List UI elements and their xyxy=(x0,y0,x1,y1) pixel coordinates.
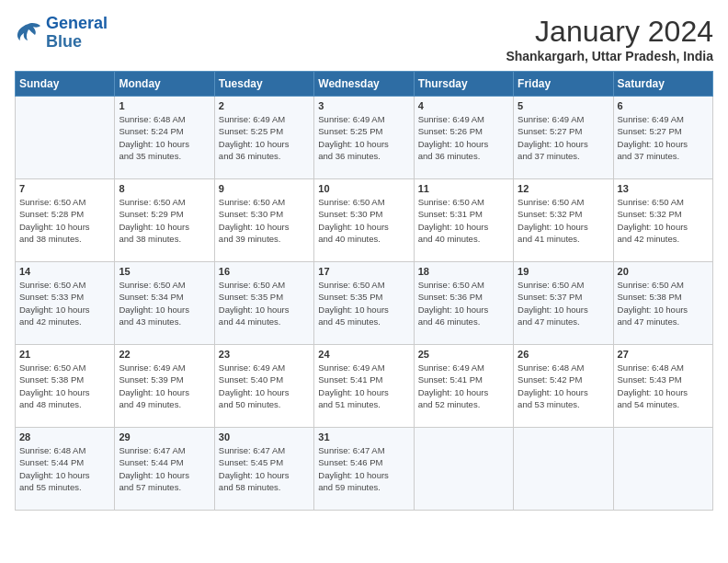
day-of-week-header: Saturday xyxy=(613,72,712,97)
day-info: Sunrise: 6:50 AM Sunset: 5:36 PM Dayligh… xyxy=(418,279,509,327)
day-number: 23 xyxy=(219,349,310,360)
day-number: 5 xyxy=(518,100,609,111)
calendar-week-row: 1Sunrise: 6:48 AM Sunset: 5:24 PM Daylig… xyxy=(16,97,713,179)
day-info: Sunrise: 6:50 AM Sunset: 5:38 PM Dayligh… xyxy=(19,362,110,410)
calendar-cell: 21Sunrise: 6:50 AM Sunset: 5:38 PM Dayli… xyxy=(16,345,115,428)
day-info: Sunrise: 6:47 AM Sunset: 5:46 PM Dayligh… xyxy=(318,444,409,493)
day-info: Sunrise: 6:49 AM Sunset: 5:27 PM Dayligh… xyxy=(618,113,709,162)
day-number: 2 xyxy=(219,100,310,111)
day-number: 20 xyxy=(618,266,709,277)
page-header: General Blue January 2024 Shankargarh, U… xyxy=(15,15,713,63)
location-subtitle: Shankargarh, Uttar Pradesh, India xyxy=(506,49,713,63)
day-info: Sunrise: 6:49 AM Sunset: 5:41 PM Dayligh… xyxy=(418,362,509,410)
calendar-cell: 5Sunrise: 6:49 AM Sunset: 5:27 PM Daylig… xyxy=(514,97,613,179)
calendar-cell: 3Sunrise: 6:49 AM Sunset: 5:25 PM Daylig… xyxy=(314,97,414,179)
day-info: Sunrise: 6:48 AM Sunset: 5:43 PM Dayligh… xyxy=(618,362,709,410)
day-info: Sunrise: 6:50 AM Sunset: 5:30 PM Dayligh… xyxy=(318,196,409,245)
day-number: 19 xyxy=(518,266,609,277)
day-info: Sunrise: 6:50 AM Sunset: 5:30 PM Dayligh… xyxy=(219,196,310,245)
calendar-cell xyxy=(613,428,712,511)
day-info: Sunrise: 6:48 AM Sunset: 5:24 PM Dayligh… xyxy=(119,113,210,162)
day-info: Sunrise: 6:50 AM Sunset: 5:29 PM Dayligh… xyxy=(119,196,210,245)
calendar-cell: 10Sunrise: 6:50 AM Sunset: 5:30 PM Dayli… xyxy=(314,179,414,262)
day-info: Sunrise: 6:49 AM Sunset: 5:26 PM Dayligh… xyxy=(418,113,509,162)
day-number: 3 xyxy=(318,100,409,111)
calendar-body: 1Sunrise: 6:48 AM Sunset: 5:24 PM Daylig… xyxy=(16,97,713,511)
calendar-cell: 31Sunrise: 6:47 AM Sunset: 5:46 PM Dayli… xyxy=(314,428,414,511)
day-number: 29 xyxy=(119,431,210,442)
calendar-cell: 9Sunrise: 6:50 AM Sunset: 5:30 PM Daylig… xyxy=(214,179,313,262)
calendar-cell: 28Sunrise: 6:48 AM Sunset: 5:44 PM Dayli… xyxy=(16,428,115,511)
day-number: 14 xyxy=(19,266,110,277)
day-info: Sunrise: 6:49 AM Sunset: 5:25 PM Dayligh… xyxy=(219,113,310,162)
day-number: 9 xyxy=(219,183,310,194)
calendar-cell xyxy=(514,428,613,511)
day-number: 30 xyxy=(219,431,310,442)
day-number: 26 xyxy=(518,349,609,360)
day-info: Sunrise: 6:50 AM Sunset: 5:28 PM Dayligh… xyxy=(19,196,110,245)
day-of-week-header: Thursday xyxy=(414,72,513,97)
day-number: 6 xyxy=(618,100,709,111)
day-number: 10 xyxy=(318,183,409,194)
day-number: 11 xyxy=(418,183,509,194)
calendar-table: SundayMondayTuesdayWednesdayThursdayFrid… xyxy=(15,71,713,511)
day-number: 18 xyxy=(418,266,509,277)
day-info: Sunrise: 6:50 AM Sunset: 5:37 PM Dayligh… xyxy=(518,279,609,327)
day-info: Sunrise: 6:50 AM Sunset: 5:34 PM Dayligh… xyxy=(119,279,210,327)
day-info: Sunrise: 6:49 AM Sunset: 5:25 PM Dayligh… xyxy=(318,113,409,162)
calendar-week-row: 7Sunrise: 6:50 AM Sunset: 5:28 PM Daylig… xyxy=(16,179,713,262)
day-number: 25 xyxy=(418,349,509,360)
day-info: Sunrise: 6:48 AM Sunset: 5:42 PM Dayligh… xyxy=(518,362,609,410)
calendar-week-row: 28Sunrise: 6:48 AM Sunset: 5:44 PM Dayli… xyxy=(16,428,713,511)
calendar-cell: 24Sunrise: 6:49 AM Sunset: 5:41 PM Dayli… xyxy=(314,345,414,428)
day-number: 22 xyxy=(119,349,210,360)
calendar-header-row: SundayMondayTuesdayWednesdayThursdayFrid… xyxy=(16,72,713,97)
day-info: Sunrise: 6:50 AM Sunset: 5:35 PM Dayligh… xyxy=(318,279,409,327)
day-number: 8 xyxy=(119,183,210,194)
day-info: Sunrise: 6:49 AM Sunset: 5:41 PM Dayligh… xyxy=(318,362,409,410)
calendar-cell: 19Sunrise: 6:50 AM Sunset: 5:37 PM Dayli… xyxy=(514,262,613,345)
calendar-cell: 12Sunrise: 6:50 AM Sunset: 5:32 PM Dayli… xyxy=(514,179,613,262)
day-info: Sunrise: 6:47 AM Sunset: 5:45 PM Dayligh… xyxy=(219,444,310,493)
day-number: 21 xyxy=(19,349,110,360)
calendar-cell: 13Sunrise: 6:50 AM Sunset: 5:32 PM Dayli… xyxy=(613,179,712,262)
calendar-cell: 30Sunrise: 6:47 AM Sunset: 5:45 PM Dayli… xyxy=(214,428,313,511)
day-info: Sunrise: 6:49 AM Sunset: 5:27 PM Dayligh… xyxy=(518,113,609,162)
day-number: 4 xyxy=(418,100,509,111)
day-number: 27 xyxy=(618,349,709,360)
logo: General Blue xyxy=(15,15,108,52)
calendar-cell: 1Sunrise: 6:48 AM Sunset: 5:24 PM Daylig… xyxy=(115,97,214,179)
day-number: 24 xyxy=(318,349,409,360)
calendar-cell: 20Sunrise: 6:50 AM Sunset: 5:38 PM Dayli… xyxy=(613,262,712,345)
day-number: 28 xyxy=(19,431,110,442)
calendar-cell: 8Sunrise: 6:50 AM Sunset: 5:29 PM Daylig… xyxy=(115,179,214,262)
calendar-week-row: 14Sunrise: 6:50 AM Sunset: 5:33 PM Dayli… xyxy=(16,262,713,345)
calendar-cell: 25Sunrise: 6:49 AM Sunset: 5:41 PM Dayli… xyxy=(414,345,513,428)
day-info: Sunrise: 6:50 AM Sunset: 5:32 PM Dayligh… xyxy=(618,196,709,245)
day-number: 13 xyxy=(618,183,709,194)
calendar-cell xyxy=(16,97,115,179)
day-info: Sunrise: 6:50 AM Sunset: 5:33 PM Dayligh… xyxy=(19,279,110,327)
calendar-cell: 2Sunrise: 6:49 AM Sunset: 5:25 PM Daylig… xyxy=(214,97,313,179)
day-number: 16 xyxy=(219,266,310,277)
day-number: 17 xyxy=(318,266,409,277)
calendar-cell: 17Sunrise: 6:50 AM Sunset: 5:35 PM Dayli… xyxy=(314,262,414,345)
title-block: January 2024 Shankargarh, Uttar Pradesh,… xyxy=(506,15,713,63)
day-info: Sunrise: 6:47 AM Sunset: 5:44 PM Dayligh… xyxy=(119,444,210,493)
month-title: January 2024 xyxy=(506,15,713,49)
calendar-cell: 27Sunrise: 6:48 AM Sunset: 5:43 PM Dayli… xyxy=(613,345,712,428)
calendar-cell: 26Sunrise: 6:48 AM Sunset: 5:42 PM Dayli… xyxy=(514,345,613,428)
day-number: 12 xyxy=(518,183,609,194)
calendar-cell: 29Sunrise: 6:47 AM Sunset: 5:44 PM Dayli… xyxy=(115,428,214,511)
day-of-week-header: Friday xyxy=(514,72,613,97)
calendar-cell: 22Sunrise: 6:49 AM Sunset: 5:39 PM Dayli… xyxy=(115,345,214,428)
day-info: Sunrise: 6:48 AM Sunset: 5:44 PM Dayligh… xyxy=(19,444,110,493)
calendar-cell: 16Sunrise: 6:50 AM Sunset: 5:35 PM Dayli… xyxy=(214,262,313,345)
calendar-cell: 18Sunrise: 6:50 AM Sunset: 5:36 PM Dayli… xyxy=(414,262,513,345)
calendar-cell: 15Sunrise: 6:50 AM Sunset: 5:34 PM Dayli… xyxy=(115,262,214,345)
calendar-cell: 11Sunrise: 6:50 AM Sunset: 5:31 PM Dayli… xyxy=(414,179,513,262)
calendar-week-row: 21Sunrise: 6:50 AM Sunset: 5:38 PM Dayli… xyxy=(16,345,713,428)
day-info: Sunrise: 6:50 AM Sunset: 5:32 PM Dayligh… xyxy=(518,196,609,245)
day-info: Sunrise: 6:50 AM Sunset: 5:31 PM Dayligh… xyxy=(418,196,509,245)
day-info: Sunrise: 6:50 AM Sunset: 5:35 PM Dayligh… xyxy=(219,279,310,327)
